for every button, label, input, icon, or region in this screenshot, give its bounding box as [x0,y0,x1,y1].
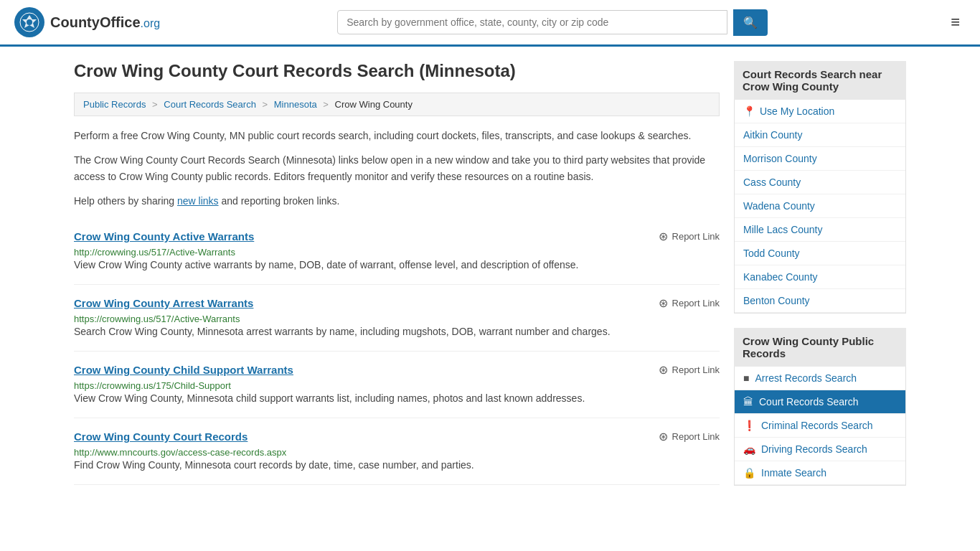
record-item: Crow Wing County Arrest Warrants ⊛ Repor… [74,285,720,352]
record-item: Crow Wing County Court Records ⊛ Report … [74,418,720,485]
hamburger-button[interactable]: ≡ [945,10,966,34]
public-record-icon-3: 🚗 [743,443,755,455]
description-area: Perform a free Crow Wing County, MN publ… [74,128,720,209]
breadcrumb-sep-1: > [152,99,158,110]
public-records-section: Crow Wing County Public Records ■ Arrest… [734,328,906,486]
record-header: Crow Wing County Arrest Warrants ⊛ Repor… [74,296,720,310]
record-url-3[interactable]: http://www.mncourts.gov/access-case-reco… [74,447,286,458]
county-link-0[interactable]: Aitkin County [735,123,905,147]
record-header: Crow Wing County Active Warrants ⊛ Repor… [74,230,720,243]
breadcrumb-court-records[interactable]: Court Records Search [164,99,256,110]
breadcrumb-current: Crow Wing County [335,99,413,110]
breadcrumb-sep-2: > [263,99,268,110]
search-area: 🔍 [337,9,768,36]
search-input[interactable] [337,10,727,34]
record-url-2[interactable]: https://crowwing.us/175/Child-Support [74,380,231,391]
record-header: Crow Wing County Court Records ⊛ Report … [74,430,720,443]
report-label-3: Report Link [672,431,720,442]
description-3: Help others by sharing new links and rep… [74,193,720,209]
public-record-item-2[interactable]: ❗ Criminal Records Search [735,414,905,438]
record-desc-0: View Crow Wing County active warrants by… [74,258,720,273]
public-record-label-1: Court Records Search [759,396,859,408]
public-record-label-2: Criminal Records Search [761,420,873,431]
county-link-6[interactable]: Kanabec County [735,265,905,289]
public-record-icon-4: 🔒 [743,467,755,479]
records-list: Crow Wing County Active Warrants ⊛ Repor… [74,218,720,485]
record-desc-3: Find Crow Wing County, Minnesota court r… [74,458,720,473]
record-desc-2: View Crow Wing County, Minnesota child s… [74,391,720,406]
report-icon-3: ⊛ [659,430,668,443]
breadcrumb-minnesota[interactable]: Minnesota [274,99,317,110]
site-header: CountyOffice.org 🔍 ≡ [0,0,980,47]
record-desc-1: Search Crow Wing County, Minnesota arres… [74,324,720,339]
report-link-1[interactable]: ⊛ Report Link [659,296,720,310]
public-record-label-4: Inmate Search [761,467,826,479]
main-container: Crow Wing County Court Records Search (M… [60,47,920,514]
public-record-label-0: Arrest Records Search [755,372,857,384]
county-link-7[interactable]: Benton County [735,289,905,313]
use-my-location[interactable]: 📍 Use My Location [735,100,905,123]
county-link-1[interactable]: Morrison County [735,147,905,171]
public-record-icon-0: ■ [743,372,749,384]
report-label-1: Report Link [672,298,720,309]
public-record-item-1[interactable]: 🏛 Court Records Search [735,390,905,414]
public-record-label-3: Driving Records Search [761,443,867,455]
public-records-list: ■ Arrest Records Search 🏛 Court Records … [734,367,906,486]
county-link-4[interactable]: Mille Lacs County [735,218,905,242]
record-header: Crow Wing County Child Support Warrants … [74,363,720,377]
description-1: Perform a free Crow Wing County, MN publ… [74,128,720,143]
search-button[interactable]: 🔍 [733,9,768,36]
record-title-0[interactable]: Crow Wing County Active Warrants [74,230,254,242]
record-item: Crow Wing County Active Warrants ⊛ Repor… [74,218,720,285]
svg-point-1 [27,19,32,25]
county-link-5[interactable]: Todd County [735,242,905,265]
report-link-0[interactable]: ⊛ Report Link [659,230,720,243]
record-url-1[interactable]: https://crowwing.us/517/Active-Warrants [74,314,240,324]
use-location-label: Use My Location [760,105,834,117]
public-record-icon-2: ❗ [743,420,755,431]
sidebar: Court Records Search near Crow Wing Coun… [734,61,906,500]
public-record-item-3[interactable]: 🚗 Driving Records Search [735,438,905,461]
content-area: Crow Wing County Court Records Search (M… [74,61,720,500]
report-icon-1: ⊛ [659,296,668,310]
record-item: Crow Wing County Child Support Warrants … [74,352,720,418]
record-title-1[interactable]: Crow Wing County Arrest Warrants [74,297,253,309]
breadcrumb-public-records[interactable]: Public Records [83,99,146,110]
report-link-2[interactable]: ⊛ Report Link [659,363,720,377]
report-label-0: Report Link [672,231,720,242]
record-url-0[interactable]: http://crowwing.us/517/Active-Warrants [74,247,235,258]
logo-text: CountyOffice.org [50,14,160,31]
public-records-header: Crow Wing County Public Records [734,328,906,367]
nearby-header: Court Records Search near Crow Wing Coun… [734,61,906,100]
public-record-item-0[interactable]: ■ Arrest Records Search [735,367,905,390]
nearby-section: Court Records Search near Crow Wing Coun… [734,61,906,314]
desc3-suffix: and reporting broken links. [219,195,340,207]
page-title: Crow Wing County Court Records Search (M… [74,61,720,81]
record-title-2[interactable]: Crow Wing County Child Support Warrants [74,364,293,376]
report-icon-2: ⊛ [659,363,668,377]
county-link-3[interactable]: Wadena County [735,194,905,218]
location-icon: 📍 [743,105,755,117]
nearby-list: 📍 Use My Location Aitkin CountyMorrison … [734,100,906,314]
logo-icon [14,7,44,37]
new-links-link[interactable]: new links [177,195,219,207]
report-link-3[interactable]: ⊛ Report Link [659,430,720,443]
hamburger-icon: ≡ [951,13,960,31]
breadcrumb: Public Records > Court Records Search > … [74,93,720,116]
search-icon: 🔍 [743,17,758,29]
breadcrumb-sep-3: > [323,99,329,110]
logo-area: CountyOffice.org [14,7,160,37]
report-label-2: Report Link [672,364,720,375]
public-record-icon-1: 🏛 [743,396,753,408]
public-record-item-4[interactable]: 🔒 Inmate Search [735,461,905,485]
county-links: Aitkin CountyMorrison CountyCass CountyW… [735,123,905,313]
desc3-prefix: Help others by sharing [74,195,177,207]
record-title-3[interactable]: Crow Wing County Court Records [74,430,248,443]
county-link-2[interactable]: Cass County [735,171,905,194]
report-icon-0: ⊛ [659,230,668,243]
description-2: The Crow Wing County Court Records Searc… [74,152,720,184]
